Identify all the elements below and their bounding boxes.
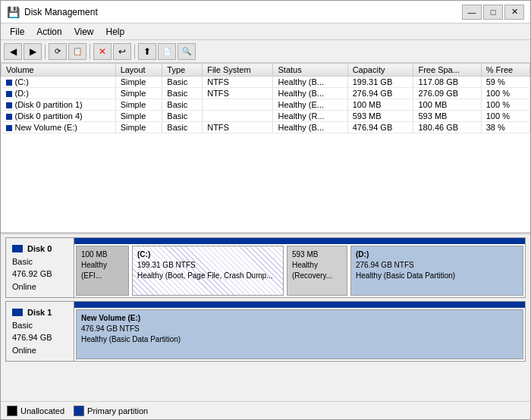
primary-box [74,406,84,416]
disk-1-header-bar [74,302,525,308]
legend-unallocated: Unallocated [7,406,64,416]
d-label: (D:) [356,250,369,259]
window-title: Disk Management [24,7,98,17]
toolbar-separator-3 [134,44,135,59]
primary-label: Primary partition [87,406,148,415]
table-row[interactable]: (C:) Simple Basic NTFS Healthy (B... 199… [2,77,530,88]
cell-filesystem: NTFS [203,77,273,88]
disk-1-partition-e[interactable]: New Volume (E:) 476.94 GB NTFS Healthy (… [76,309,523,359]
d-detail1: 276.94 GB NTFS [356,260,518,271]
minimize-button[interactable]: — [462,5,482,20]
col-type[interactable]: Type [162,64,203,77]
col-capacity[interactable]: Capacity [347,64,413,77]
cell-type: Basic [162,88,203,99]
cell-status: Healthy (B... [273,77,347,88]
cell-status: Healthy (E... [273,99,347,111]
disk-0-state: Online [12,281,68,293]
cell-status: Healthy (R... [273,111,347,122]
cell-layout: Simple [115,99,162,111]
menu-action[interactable]: Action [30,25,68,39]
cell-layout: Simple [115,122,162,133]
disk-0-parts-row: 100 MB Healthy (EFI... (C:) 199.31 GB NT… [74,244,525,297]
cell-free: 180.46 GB [413,122,481,133]
cell-pct: 100 % [481,88,529,99]
volume-table: Volume Layout Type File System Status Ca… [1,63,530,133]
title-bar: 💾 Disk Management — □ ✕ [1,1,530,24]
toolbar-separator-1 [45,44,46,59]
col-layout[interactable]: Layout [115,64,162,77]
disk-0-name: Disk 0 [27,243,52,255]
col-filesystem[interactable]: File System [203,64,273,77]
efi-status: Healthy (EFI... [81,260,124,281]
disk-0-type: Basic [12,255,68,268]
cell-type: Basic [162,122,203,133]
col-freespace[interactable]: Free Spa... [413,64,481,77]
disk-0-partitions: 100 MB Healthy (EFI... (C:) 199.31 GB NT… [74,238,525,297]
cell-status: Healthy (B... [273,122,347,133]
properties-button[interactable]: 📋 [68,43,86,60]
menu-bar: File Action View Help [1,24,530,40]
c-detail2: Healthy (Boot, Page File, Crash Dump... [137,271,278,281]
back-button[interactable]: ◀ [4,43,22,60]
cell-filesystem: NTFS [203,88,273,99]
table-row[interactable]: (Disk 0 partition 4) Simple Basic Health… [2,111,530,122]
title-bar-controls: — □ ✕ [462,5,524,20]
up-button[interactable]: ⬆ [138,43,156,60]
disk-area: Disk 0 Basic 476.92 GB Online 100 MB Hea… [1,234,530,401]
e-label: New Volume (E:) [81,314,140,322]
table-row[interactable]: (Disk 0 partition 1) Simple Basic Health… [2,99,530,111]
new-button[interactable]: 📄 [158,43,176,60]
delete-button[interactable]: ✕ [93,43,112,60]
menu-file[interactable]: File [4,25,30,39]
cell-capacity: 593 MB [347,111,413,122]
maximize-button[interactable]: □ [483,5,503,20]
col-status[interactable]: Status [273,64,347,77]
cell-volume: (C:) [2,77,116,88]
disk-1-row: Disk 1 Basic 476.94 GB Online New Volume… [5,301,526,362]
disk-1-label: Disk 1 Basic 476.94 GB Online [6,302,74,361]
menu-help[interactable]: Help [100,25,131,39]
main-content: Volume Layout Type File System Status Ca… [1,63,530,419]
disk-0-partition-efi[interactable]: 100 MB Healthy (EFI... [76,246,129,296]
efi-size: 100 MB [81,249,124,260]
undo-button[interactable]: ↩ [113,43,131,60]
disk-0-header-bar [74,238,525,244]
col-volume[interactable]: Volume [2,64,116,77]
cell-pct: 59 % [481,77,529,88]
forward-button[interactable]: ▶ [24,43,42,60]
cell-layout: Simple [115,77,162,88]
legend-primary: Primary partition [74,406,148,416]
close-button[interactable]: ✕ [504,5,524,20]
cell-filesystem [203,99,273,111]
cell-layout: Simple [115,88,162,99]
search-button[interactable]: 🔍 [178,43,196,60]
cell-volume: (D:) [2,88,116,99]
cell-filesystem [203,111,273,122]
table-row[interactable]: New Volume (E:) Simple Basic NTFS Health… [2,122,530,133]
cell-volume: New Volume (E:) [2,122,116,133]
cell-volume: (Disk 0 partition 4) [2,111,116,122]
disk-0-partition-recovery[interactable]: 593 MB Healthy (Recovery... [287,246,347,296]
toolbar: ◀ ▶ ⟳ 📋 ✕ ↩ ⬆ 📄 🔍 [1,40,530,63]
c-label: (C:) [137,250,150,259]
cell-pct: 100 % [481,99,529,111]
legend-bar: Unallocated Primary partition [1,401,530,419]
toolbar-separator-2 [90,44,90,59]
cell-volume: (Disk 0 partition 1) [2,99,116,111]
disk-0-label: Disk 0 Basic 476.92 GB Online [6,238,74,297]
table-row[interactable]: (D:) Simple Basic NTFS Healthy (B... 276… [2,88,530,99]
disk-0-partition-d[interactable]: (D:) 276.94 GB NTFS Healthy (Basic Data … [350,246,523,296]
menu-view[interactable]: View [68,25,100,39]
refresh-button[interactable]: ⟳ [49,43,67,60]
disk-1-partitions: New Volume (E:) 476.94 GB NTFS Healthy (… [74,302,525,361]
cell-type: Basic [162,111,203,122]
cell-capacity: 276.94 GB [347,88,413,99]
cell-pct: 100 % [481,111,529,122]
disk-1-parts-row: New Volume (E:) 476.94 GB NTFS Healthy (… [74,308,525,361]
col-pctfree[interactable]: % Free [481,64,529,77]
cell-filesystem: NTFS [203,122,273,133]
disk-1-size: 476.94 GB [12,331,68,344]
disk-0-partition-c[interactable]: (C:) 199.31 GB NTFS Healthy (Boot, Page … [132,246,284,296]
e-detail2: Healthy (Basic Data Partition) [81,334,518,345]
cell-type: Basic [162,77,203,88]
